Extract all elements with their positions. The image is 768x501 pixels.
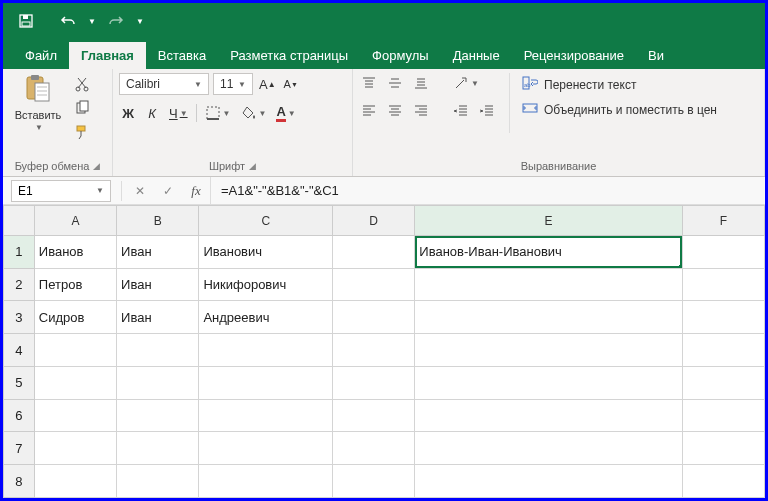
- tab-insert[interactable]: Вставка: [146, 42, 218, 69]
- font-name-selector[interactable]: Calibri▼: [119, 73, 209, 95]
- cell-E2[interactable]: [415, 268, 682, 301]
- formula-input[interactable]: =A1&"-"&B1&"-"&C1: [210, 177, 765, 204]
- col-header-C[interactable]: C: [199, 206, 333, 236]
- tab-home[interactable]: Главная: [69, 42, 146, 69]
- copy-icon[interactable]: [73, 99, 91, 117]
- cell[interactable]: [199, 366, 333, 399]
- cell-C1[interactable]: Иванович: [199, 236, 333, 269]
- cell-A2[interactable]: Петров: [34, 268, 116, 301]
- cell-C2[interactable]: Никифорович: [199, 268, 333, 301]
- dialog-launcher-icon[interactable]: ◢: [249, 161, 256, 171]
- row-header-4[interactable]: 4: [4, 334, 35, 367]
- name-box[interactable]: E1 ▼: [11, 180, 111, 202]
- dialog-launcher-icon[interactable]: ◢: [93, 161, 100, 171]
- font-size-selector[interactable]: 11▼: [213, 73, 253, 95]
- align-middle-icon[interactable]: [385, 73, 405, 93]
- tab-review[interactable]: Рецензирование: [512, 42, 636, 69]
- merge-center-button[interactable]: Объединить и поместить в цен: [522, 100, 717, 119]
- cell[interactable]: [199, 334, 333, 367]
- cell[interactable]: [117, 366, 199, 399]
- cell[interactable]: [333, 399, 415, 432]
- cell[interactable]: [682, 334, 764, 367]
- cell[interactable]: [333, 334, 415, 367]
- row-header-1[interactable]: 1: [4, 236, 35, 269]
- cell[interactable]: [117, 432, 199, 465]
- cell[interactable]: [199, 465, 333, 498]
- cell-A3[interactable]: Сидров: [34, 301, 116, 334]
- align-center-icon[interactable]: [385, 101, 405, 121]
- cell[interactable]: [199, 399, 333, 432]
- cell-E3[interactable]: [415, 301, 682, 334]
- cell-B2[interactable]: Иван: [117, 268, 199, 301]
- undo-icon[interactable]: [55, 8, 81, 34]
- save-icon[interactable]: [13, 8, 39, 34]
- cell-C3[interactable]: Андреевич: [199, 301, 333, 334]
- col-header-A[interactable]: A: [34, 206, 116, 236]
- cell[interactable]: [333, 465, 415, 498]
- bold-button[interactable]: Ж: [119, 103, 137, 123]
- font-color-icon[interactable]: А▼: [274, 103, 297, 123]
- italic-button[interactable]: К: [143, 103, 161, 123]
- enter-formula-icon[interactable]: ✓: [154, 177, 182, 204]
- fill-color-icon[interactable]: ▼: [239, 103, 269, 123]
- cell[interactable]: [415, 432, 682, 465]
- cell[interactable]: [415, 334, 682, 367]
- paste-button[interactable]: Вставить ▼: [9, 73, 67, 132]
- tab-page-layout[interactable]: Разметка страницы: [218, 42, 360, 69]
- cancel-formula-icon[interactable]: ✕: [126, 177, 154, 204]
- cell[interactable]: [415, 399, 682, 432]
- cell-B3[interactable]: Иван: [117, 301, 199, 334]
- cell-A1[interactable]: Иванов: [34, 236, 116, 269]
- cell[interactable]: [199, 432, 333, 465]
- cell[interactable]: [34, 465, 116, 498]
- fx-icon[interactable]: fx: [182, 177, 210, 204]
- row-header-6[interactable]: 6: [4, 399, 35, 432]
- cell[interactable]: [333, 432, 415, 465]
- cell[interactable]: [333, 366, 415, 399]
- cell[interactable]: [415, 366, 682, 399]
- cell-D2[interactable]: [333, 268, 415, 301]
- align-bottom-icon[interactable]: [411, 73, 431, 93]
- align-top-icon[interactable]: [359, 73, 379, 93]
- select-all-corner[interactable]: [4, 206, 35, 236]
- row-header-8[interactable]: 8: [4, 465, 35, 498]
- tab-formulas[interactable]: Формулы: [360, 42, 441, 69]
- cell[interactable]: [415, 465, 682, 498]
- redo-icon[interactable]: [103, 8, 129, 34]
- cell-D3[interactable]: [333, 301, 415, 334]
- cell-F1[interactable]: [682, 236, 764, 269]
- cell[interactable]: [34, 432, 116, 465]
- tab-data[interactable]: Данные: [441, 42, 512, 69]
- cell[interactable]: [34, 399, 116, 432]
- borders-icon[interactable]: ▼: [203, 103, 233, 123]
- align-left-icon[interactable]: [359, 101, 379, 121]
- cut-icon[interactable]: [73, 75, 91, 93]
- cell-E1[interactable]: Иванов-Иван-Иванович: [415, 236, 682, 269]
- qat-customize-icon[interactable]: ▼: [133, 8, 147, 34]
- row-header-3[interactable]: 3: [4, 301, 35, 334]
- decrease-indent-icon[interactable]: [451, 101, 471, 121]
- underline-button[interactable]: Ч▼: [167, 103, 190, 123]
- cell[interactable]: [34, 334, 116, 367]
- col-header-B[interactable]: B: [117, 206, 199, 236]
- tab-file[interactable]: Файл: [13, 42, 69, 69]
- cell[interactable]: [117, 334, 199, 367]
- cell[interactable]: [682, 366, 764, 399]
- row-header-5[interactable]: 5: [4, 366, 35, 399]
- cell[interactable]: [682, 432, 764, 465]
- qat-dropdown-icon[interactable]: ▼: [85, 8, 99, 34]
- increase-indent-icon[interactable]: [477, 101, 497, 121]
- cell-B1[interactable]: Иван: [117, 236, 199, 269]
- cell[interactable]: [682, 465, 764, 498]
- increase-font-icon[interactable]: A▲: [257, 74, 278, 94]
- cell-F2[interactable]: [682, 268, 764, 301]
- col-header-E[interactable]: E: [415, 206, 682, 236]
- col-header-D[interactable]: D: [333, 206, 415, 236]
- col-header-F[interactable]: F: [682, 206, 764, 236]
- cell[interactable]: [34, 366, 116, 399]
- orientation-icon[interactable]: ▼: [451, 73, 481, 93]
- decrease-font-icon[interactable]: A▼: [282, 74, 300, 94]
- row-header-7[interactable]: 7: [4, 432, 35, 465]
- row-header-2[interactable]: 2: [4, 268, 35, 301]
- cell-F3[interactable]: [682, 301, 764, 334]
